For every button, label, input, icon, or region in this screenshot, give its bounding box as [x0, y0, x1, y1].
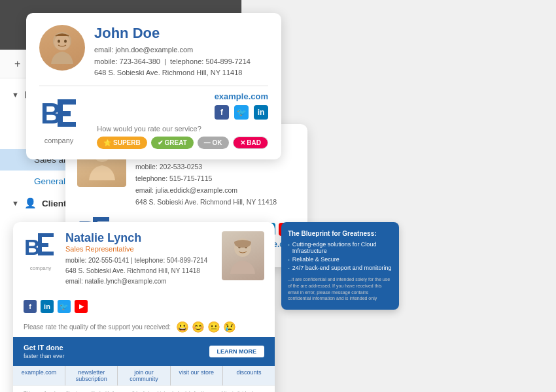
promo-block: The Blueprint for Greatness: • Cutting-e… [281, 222, 399, 310]
promo-item-3: 24/7 back-end support and monitoring [292, 265, 392, 271]
sad-face: 😢 [223, 321, 236, 333]
happy-face: 😀 [176, 321, 189, 333]
footer-link-discounts[interactable]: discounts [223, 366, 275, 385]
card3-logo-block: B company [24, 231, 58, 271]
ok-button[interactable]: — OK [198, 137, 229, 149]
promo-item: • Reliable & Secure [288, 256, 392, 263]
rating-section: How would you rate our service? ⭐ SUPERB… [97, 125, 268, 149]
card3-email: email: natalie.lynch@example.com [65, 276, 214, 287]
twitter-icon: 🐦 [234, 105, 249, 120]
twitter-icon: 🐦 [58, 300, 71, 313]
card1-right-section: example.com f 🐦 in How would you rate ou… [97, 91, 268, 149]
svg-point-7 [54, 35, 70, 50]
avatar [39, 25, 85, 71]
svg-point-9 [64, 40, 67, 43]
john-doe-card: John Doe email: john.doe@example.com mob… [26, 13, 281, 159]
banner-text: Get IT done [24, 344, 65, 351]
neutral-face: 😐 [207, 321, 220, 333]
card2-telephone: telephone: 515-715-7115 [135, 173, 296, 185]
card3-content: Natalie Lynch Sales Representative mobil… [65, 231, 214, 287]
banner-sub: faster than ever [24, 353, 65, 359]
promo-item-1: Cutting-edge solutions for Cloud Infrast… [292, 241, 392, 254]
social-icons: f 🐦 in [215, 105, 268, 120]
promo-title: The Blueprint for Greatness: [288, 230, 392, 237]
banner-content: Get IT done faster than ever [24, 344, 65, 359]
card3-address: 648 S. Sobieski Ave. Richmond Hill, NY 1… [65, 266, 214, 276]
card1-name: John Doe [94, 25, 251, 42]
svg-rect-26 [38, 243, 48, 247]
promo-item: • Cutting-edge solutions for Cloud Infra… [288, 241, 392, 254]
website-social: example.com f 🐦 in [97, 91, 268, 120]
card1-info: John Doe email: john.doe@example.com mob… [94, 25, 251, 79]
card2-email: email: julia.eddick@example.com [135, 185, 296, 197]
superb-button[interactable]: ⭐ SUPERB [97, 137, 147, 149]
card3-name: Natalie Lynch [65, 231, 214, 245]
card2-address: 648 S. Sobieski Ave. Richmond Hill, NY 1… [135, 197, 296, 208]
client-side-chevron: ▼ [12, 199, 19, 207]
footer-link-website[interactable]: example.com [13, 366, 65, 385]
linkedin-icon: in [254, 105, 268, 120]
svg-rect-12 [58, 99, 76, 105]
card2-mobile: mobile: 202-533-0253 [135, 161, 296, 173]
divider [39, 86, 268, 86]
rating-buttons: ⭐ SUPERB ✔ GREAT — OK ✕ BAD [97, 137, 268, 149]
svg-rect-27 [38, 252, 54, 255]
rating-text: Please rate the quality of the support y… [24, 323, 171, 331]
card3-logo-label: company [24, 265, 58, 271]
card1-email: email: john.doe@example.com [94, 44, 251, 56]
card3-footer-links: example.com newsletter subscription join… [13, 366, 275, 385]
svg-rect-13 [58, 111, 71, 116]
company-label: company [44, 137, 74, 144]
promo-item-2: Reliable & Secure [292, 256, 339, 263]
bullet-icon: • [288, 265, 290, 271]
linkedin-icon: in [41, 300, 54, 313]
card3-rating: Please rate the quality of the support y… [13, 317, 275, 337]
promo-item: • 24/7 back-end support and monitoring [288, 265, 392, 271]
bad-button[interactable]: ✕ BAD [233, 137, 268, 149]
svg-text:B: B [24, 235, 41, 259]
bullet-icon: • [288, 242, 290, 248]
card1-bottom: B company example.com f 🐦 in How would [39, 91, 268, 149]
promo-disclaimer: ...it are confidential and intended sole… [288, 276, 392, 302]
person-icon: 👤 [24, 197, 37, 209]
bullet-icon: • [288, 257, 290, 263]
card3-jobtitle: Sales Representative [65, 245, 214, 253]
server-side-chevron: ▼ [12, 91, 19, 99]
avatar [222, 231, 264, 280]
svg-rect-20 [93, 217, 109, 221]
footer-link-community[interactable]: join our community [118, 366, 170, 385]
facebook-icon: f [24, 300, 37, 313]
youtube-icon: ▶ [75, 300, 88, 313]
footer-link-newsletter[interactable]: newsletter subscription [65, 366, 118, 385]
add-button[interactable]: + [12, 57, 23, 71]
svg-rect-14 [58, 122, 76, 127]
company-logo-block: B company [39, 96, 78, 144]
svg-rect-25 [38, 233, 54, 237]
card3-social: f in 🐦 ▶ [13, 296, 275, 317]
company-logo: B [39, 96, 78, 137]
emoji-row: 😀 😊 😐 😢 [176, 321, 236, 333]
svg-point-8 [58, 40, 60, 43]
rating-question: How would you rate our service? [97, 125, 268, 133]
smile-face: 😊 [192, 321, 205, 333]
card3-top: B company Natalie Lynch Sales Representa… [13, 222, 275, 296]
card3-disclaimer: This email and any files transmitted wit… [13, 385, 275, 392]
natalie-lynch-card: B company Natalie Lynch Sales Representa… [13, 222, 275, 392]
facebook-icon: f [215, 105, 229, 120]
website-link: example.com [215, 91, 268, 101]
card1-header: John Doe email: john.doe@example.com mob… [39, 25, 268, 79]
card3-mobile: mobile: 202-555-0141 | telephone: 504-89… [65, 255, 214, 266]
learn-more-button[interactable]: LEARN MORE [209, 346, 265, 357]
card1-address: 648 S. Sobieski Ave. Richmond Hill, NY 1… [94, 67, 251, 79]
card1-mobile: mobile: 723-364-380 | telephone: 504-899… [94, 56, 251, 68]
footer-link-store[interactable]: visit our store [171, 366, 223, 385]
great-button[interactable]: ✔ GREAT [151, 137, 194, 149]
card3-banner: Get IT done faster than ever LEARN MORE [13, 337, 275, 366]
